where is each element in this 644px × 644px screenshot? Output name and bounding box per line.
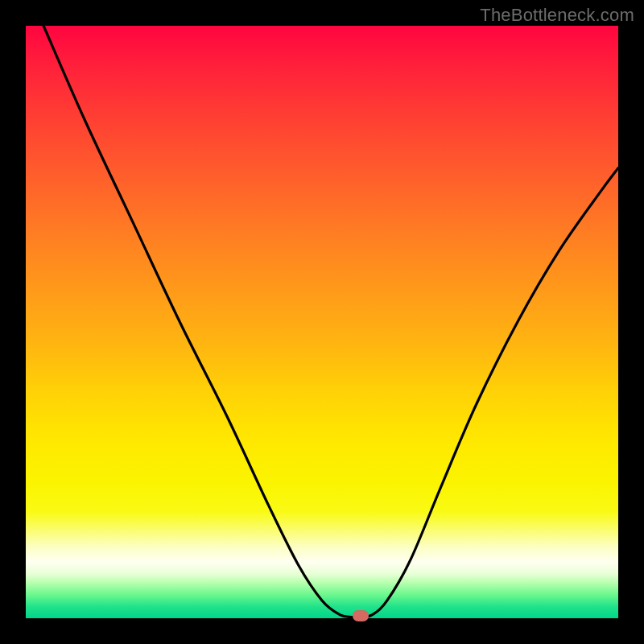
chart-frame: TheBottleneck.com <box>0 0 644 644</box>
minimum-marker <box>353 610 369 621</box>
bottleneck-curve <box>26 26 618 618</box>
plot-area <box>26 26 618 618</box>
watermark-text: TheBottleneck.com <box>480 5 634 26</box>
